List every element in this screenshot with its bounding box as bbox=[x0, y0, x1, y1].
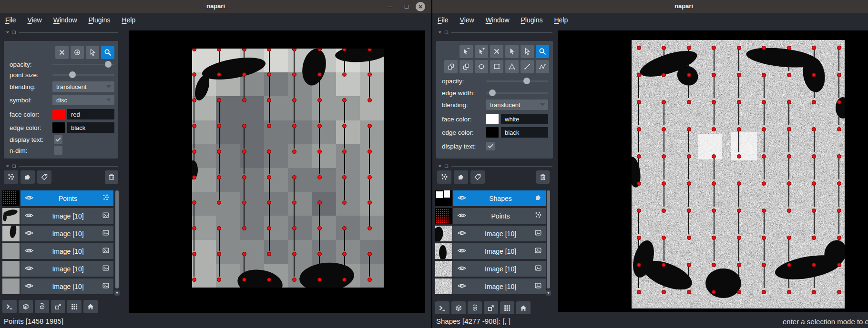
new-points-button[interactable] bbox=[4, 170, 18, 184]
menu-plugins[interactable]: Plugins bbox=[521, 16, 543, 24]
home-button[interactable] bbox=[83, 300, 98, 313]
edge color-field[interactable]: black bbox=[67, 122, 114, 133]
slider-handle[interactable] bbox=[523, 78, 530, 84]
scroll-down-button[interactable]: ▼ bbox=[114, 290, 120, 296]
layer-row-points[interactable]: Points bbox=[435, 208, 546, 224]
visibility-eye-icon[interactable] bbox=[457, 265, 467, 273]
ndisplay-cube-button[interactable] bbox=[19, 300, 33, 313]
add-path-tool[interactable] bbox=[536, 60, 549, 73]
new-shapes-button[interactable] bbox=[20, 170, 35, 184]
viewer-canvas[interactable] bbox=[558, 30, 868, 312]
slider-handle[interactable] bbox=[489, 89, 496, 96]
edge color-swatch[interactable] bbox=[486, 127, 499, 138]
transpose-button[interactable] bbox=[51, 300, 65, 313]
move-front-tool[interactable] bbox=[460, 60, 473, 73]
menu-help[interactable]: Help bbox=[122, 16, 135, 24]
dock-close-icon[interactable]: ✕ bbox=[438, 164, 442, 169]
dock-close-icon[interactable]: ✕ bbox=[6, 30, 10, 35]
menu-help[interactable]: Help bbox=[554, 16, 568, 24]
select-points-tool[interactable] bbox=[86, 46, 99, 59]
visibility-eye-icon[interactable] bbox=[457, 194, 467, 203]
layer-row-image-10-[interactable]: Image [10] bbox=[435, 278, 546, 294]
home-button[interactable] bbox=[516, 301, 531, 315]
n-dim-checkbox[interactable] bbox=[54, 146, 62, 155]
roll-cube-button[interactable] bbox=[35, 300, 49, 313]
dock-float-icon[interactable]: ❏ bbox=[12, 164, 16, 169]
minimize-button[interactable]: – bbox=[385, 2, 395, 11]
titlebar[interactable]: napari bbox=[432, 0, 868, 13]
dock-float-icon[interactable]: ❏ bbox=[12, 30, 16, 35]
add-ellipse-tool[interactable] bbox=[475, 60, 488, 73]
opacity-slider[interactable] bbox=[486, 78, 548, 84]
dock-header-controls[interactable]: ✕ ❏ bbox=[438, 30, 552, 35]
shape-rectangle[interactable] bbox=[731, 132, 757, 160]
menu-window[interactable]: Window bbox=[53, 16, 77, 24]
dock-header-controls[interactable]: ✕ ❏ bbox=[6, 30, 118, 35]
new-labels-button[interactable] bbox=[37, 170, 51, 184]
face color-field[interactable]: red bbox=[67, 109, 114, 119]
edge color-field[interactable]: black bbox=[501, 127, 548, 138]
dock-close-icon[interactable]: ✕ bbox=[6, 164, 10, 169]
grid-button[interactable] bbox=[67, 300, 82, 313]
delete-points-tool[interactable] bbox=[55, 46, 69, 59]
roll-cube-button[interactable] bbox=[468, 301, 482, 315]
pan-zoom-tool[interactable] bbox=[101, 46, 114, 59]
pan-zoom-tool[interactable] bbox=[536, 45, 549, 58]
display text-checkbox[interactable] bbox=[54, 135, 62, 144]
direct-select-tool[interactable] bbox=[521, 45, 534, 58]
maximize-button[interactable]: □ bbox=[402, 2, 411, 11]
point size-slider[interactable] bbox=[52, 71, 114, 78]
shape-rectangle[interactable] bbox=[698, 134, 722, 159]
layer-row-shapes[interactable]: Shapes bbox=[435, 190, 546, 206]
visibility-eye-icon[interactable] bbox=[24, 212, 34, 220]
new-shapes-button[interactable] bbox=[454, 170, 468, 184]
layer-row-image-10-[interactable]: Image [10] bbox=[435, 261, 546, 277]
dock-header-layers[interactable]: ✕ ❏ bbox=[6, 163, 118, 169]
visibility-eye-icon[interactable] bbox=[457, 212, 467, 220]
layer-row-image-10-[interactable]: Image [10] bbox=[2, 261, 113, 277]
grid-button[interactable] bbox=[500, 301, 514, 315]
delete-layer-button[interactable] bbox=[536, 170, 550, 184]
titlebar[interactable]: napari – □ × bbox=[0, 0, 431, 13]
dock-float-icon[interactable]: ❏ bbox=[445, 30, 449, 35]
visibility-eye-icon[interactable] bbox=[24, 282, 34, 291]
face color-swatch[interactable] bbox=[486, 114, 499, 124]
console-button[interactable] bbox=[435, 301, 449, 315]
dock-close-icon[interactable]: ✕ bbox=[438, 30, 442, 35]
visibility-eye-icon[interactable] bbox=[457, 247, 467, 256]
add-polygon-tool[interactable] bbox=[505, 60, 519, 73]
vertex-insert-tool[interactable] bbox=[475, 45, 488, 58]
new-points-button[interactable] bbox=[437, 170, 451, 184]
layer-row-image-10-[interactable]: Image [10] bbox=[2, 243, 113, 259]
slider-handle[interactable] bbox=[69, 71, 76, 78]
menu-view[interactable]: View bbox=[28, 16, 42, 24]
close-button[interactable]: × bbox=[416, 2, 425, 11]
menu-file[interactable]: File bbox=[5, 16, 16, 24]
visibility-eye-icon[interactable] bbox=[24, 194, 34, 203]
add-rectangle-tool[interactable] bbox=[490, 60, 503, 73]
edge width-slider[interactable] bbox=[486, 89, 548, 96]
edge color-swatch[interactable] bbox=[52, 122, 65, 133]
move-back-tool[interactable] bbox=[444, 60, 458, 73]
menu-file[interactable]: File bbox=[438, 16, 449, 24]
layer-row-image-10-[interactable]: Image [10] bbox=[2, 208, 113, 224]
transpose-button[interactable] bbox=[484, 301, 498, 315]
ndisplay-cube-button[interactable] bbox=[451, 301, 466, 315]
display text-checkbox[interactable] bbox=[486, 142, 495, 150]
face color-field[interactable]: white bbox=[501, 114, 548, 124]
face color-swatch[interactable] bbox=[52, 109, 65, 119]
visibility-eye-icon[interactable] bbox=[24, 247, 34, 256]
layer-row-points[interactable]: Points bbox=[2, 190, 113, 206]
delete-shape-tool[interactable] bbox=[490, 45, 503, 58]
layer-row-image-10-[interactable]: Image [10] bbox=[435, 226, 546, 241]
vertex-remove-tool[interactable] bbox=[460, 45, 473, 58]
viewer-canvas[interactable] bbox=[129, 30, 425, 313]
slider-handle[interactable] bbox=[105, 61, 112, 68]
layer-row-image-10-[interactable]: Image [10] bbox=[2, 226, 113, 241]
add-line-tool[interactable] bbox=[521, 60, 534, 73]
layer-row-image-10-[interactable]: Image [10] bbox=[435, 243, 546, 259]
dock-float-icon[interactable]: ❏ bbox=[445, 164, 449, 169]
delete-layer-button[interactable] bbox=[105, 170, 118, 184]
visibility-eye-icon[interactable] bbox=[457, 229, 467, 238]
console-button[interactable] bbox=[2, 300, 17, 313]
